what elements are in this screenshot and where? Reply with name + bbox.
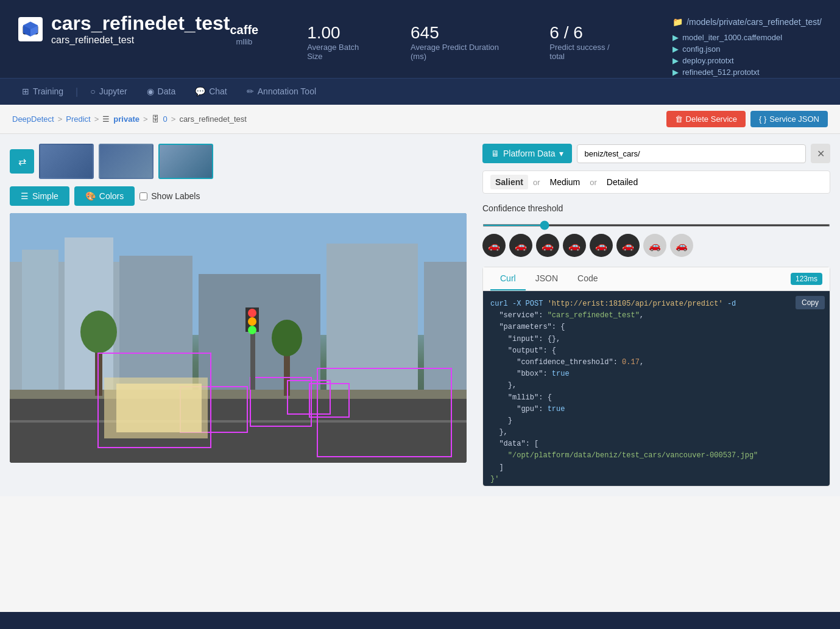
breadcrumb-actions: 🗑 Delete Service { } Service JSON — [666, 111, 828, 127]
breadcrumb-predict[interactable]: Predict — [66, 114, 90, 124]
shuffle-button[interactable]: ⇄ — [10, 149, 34, 174]
detection-icon-3: 🚗 — [563, 234, 586, 257]
simple-icon: ☰ — [21, 191, 29, 201]
stat-batch-size: 1.00 Average Batch Size — [307, 23, 374, 61]
clear-button[interactable]: ✕ — [811, 144, 830, 163]
simple-button[interactable]: ☰ Simple — [10, 186, 69, 206]
nav-jupyter[interactable]: ○ Jupyter — [80, 79, 136, 105]
svg-rect-14 — [10, 390, 467, 399]
stat-predict-duration: 645 Average Predict Duration (ms) — [411, 23, 513, 61]
folder-list-icon: ☰ — [102, 114, 110, 124]
platform-input[interactable] — [577, 144, 806, 163]
db-icon: 🗄 — [152, 114, 160, 124]
timing-badge: 123ms — [791, 273, 822, 285]
detection-icon-5: 🚗 — [616, 234, 640, 257]
svg-rect-6 — [22, 250, 58, 414]
tab-json[interactable]: JSON — [526, 267, 568, 290]
nav-chat[interactable]: 💬 Chat — [185, 79, 237, 105]
chat-icon: 💬 — [195, 86, 205, 96]
app-icon — [18, 17, 43, 41]
stats-row: 1.00 Average Batch Size 645 Average Pred… — [307, 17, 624, 73]
header: cars_refinedet_test cars_refinedet_test … — [0, 0, 840, 78]
left-panel: ⇄ ☰ Simple 🎨 Colors Show Labels — [10, 144, 473, 487]
tab-curl[interactable]: Curl — [490, 267, 526, 290]
detection-icon-6: 🚗 — [643, 234, 666, 257]
trash-icon: 🗑 — [675, 114, 683, 124]
app-title: cars_refinedet_test cars_refinedet_test — [18, 12, 230, 46]
chevron-icon: ▶ — [672, 56, 679, 65]
platform-row: 🖥 Platform Data ▾ ✕ — [482, 144, 830, 163]
svg-point-30 — [248, 317, 256, 326]
code-panel: Curl JSON Code 123ms Copy curl -X POST '… — [482, 267, 830, 487]
file-item-3[interactable]: ▶ refinedet_512.prototxt — [672, 66, 822, 78]
main-image — [10, 213, 467, 463]
svg-point-31 — [248, 326, 256, 334]
shuffle-icon: ⇄ — [18, 156, 26, 167]
detection-icon-7: 🚗 — [670, 234, 693, 257]
right-panel: 🖥 Platform Data ▾ ✕ Salient or Medium or… — [473, 144, 830, 487]
file-item-2[interactable]: ▶ deploy.prototxt — [672, 55, 822, 66]
file-item-1[interactable]: ▶ config.json — [672, 43, 822, 55]
breadcrumb-service: cars_refinedet_test — [179, 114, 247, 124]
detailed-button[interactable]: Detailed — [602, 175, 643, 189]
breadcrumb: DeepDetect > Predict > ☰ private > 🗄 0 >… — [12, 114, 247, 124]
breadcrumb-deepdetect[interactable]: DeepDetect — [12, 114, 54, 124]
nav-data[interactable]: ◉ Data — [137, 79, 186, 105]
breadcrumb-zero[interactable]: 0 — [163, 114, 168, 124]
tab-code[interactable]: Code — [568, 267, 607, 290]
data-icon: ◉ — [147, 86, 154, 96]
show-labels-control[interactable]: Show Labels — [139, 191, 200, 201]
colors-button[interactable]: 🎨 Colors — [74, 186, 135, 206]
nav-divider: | — [76, 86, 78, 97]
server-icon: 🖥 — [491, 149, 499, 158]
show-labels-checkbox[interactable] — [139, 192, 147, 200]
stat-predict-success: 6 / 6 Predict success / total — [549, 23, 624, 61]
medium-button[interactable]: Medium — [545, 175, 585, 189]
confidence-section: Confidence threshold — [482, 203, 830, 234]
thumbnail-1[interactable] — [39, 144, 94, 179]
nav-training[interactable]: ⊞ Training — [12, 79, 73, 105]
file-item-0[interactable]: ▶ model_iter_1000.caffemodel — [672, 32, 822, 43]
confidence-label: Confidence threshold — [482, 203, 830, 213]
code-icon: { } — [759, 114, 766, 124]
nav-annotation[interactable]: ✏ Annotation Tool — [237, 79, 326, 105]
detection-icon-4: 🚗 — [590, 234, 613, 257]
confidence-slider[interactable] — [482, 224, 830, 227]
prediction-mode-row: Salient or Medium or Detailed — [482, 170, 830, 194]
chevron-icon: ▶ — [672, 68, 679, 77]
close-icon: ✕ — [817, 148, 825, 160]
chevron-icon: ▶ — [672, 44, 679, 54]
content-area: DeepDetect > Predict > ☰ private > 🗄 0 >… — [0, 105, 840, 612]
copy-button[interactable]: Copy — [796, 296, 825, 309]
dropdown-icon: ▾ — [559, 149, 563, 158]
delete-service-button[interactable]: 🗑 Delete Service — [666, 111, 746, 127]
platform-data-button[interactable]: 🖥 Platform Data ▾ — [482, 144, 572, 163]
service-json-button[interactable]: { } Service JSON — [750, 111, 828, 127]
code-body: Copy curl -X POST 'http://erist:18105/ap… — [483, 291, 830, 486]
annotation-icon: ✏ — [247, 86, 254, 96]
page-title: cars_refinedet_test — [51, 12, 230, 35]
file-tree: 📁 /models/private/cars_refinedet_test/ ▶… — [672, 17, 822, 78]
code-tabs: Curl JSON Code 123ms — [483, 267, 830, 291]
palette-icon: 🎨 — [85, 191, 96, 201]
thumbnail-3[interactable] — [158, 144, 213, 179]
svg-rect-13 — [10, 420, 467, 423]
svg-rect-26 — [116, 384, 202, 432]
folder-icon: 📁 — [672, 17, 683, 27]
salient-button[interactable]: Salient — [490, 175, 528, 189]
svg-point-29 — [248, 309, 256, 317]
navigation: ⊞ Training | ○ Jupyter ◉ Data 💬 Chat ✏ A… — [0, 78, 840, 105]
framework-info: caffe mllib — [230, 23, 258, 46]
thumbnail-2[interactable] — [99, 144, 154, 179]
svg-rect-12 — [10, 396, 467, 463]
detection-icon-1: 🚗 — [509, 234, 532, 257]
thumbnail-row: ⇄ — [10, 144, 473, 179]
view-controls: ☰ Simple 🎨 Colors Show Labels — [10, 186, 473, 206]
detection-icon-0: 🚗 — [482, 234, 506, 257]
jupyter-icon: ○ — [90, 86, 95, 96]
breadcrumb-private[interactable]: private — [113, 114, 139, 124]
detection-icon-2: 🚗 — [536, 234, 559, 257]
breadcrumb-bar: DeepDetect > Predict > ☰ private > 🗄 0 >… — [0, 105, 840, 134]
svg-point-18 — [272, 320, 302, 356]
svg-point-16 — [80, 311, 117, 353]
